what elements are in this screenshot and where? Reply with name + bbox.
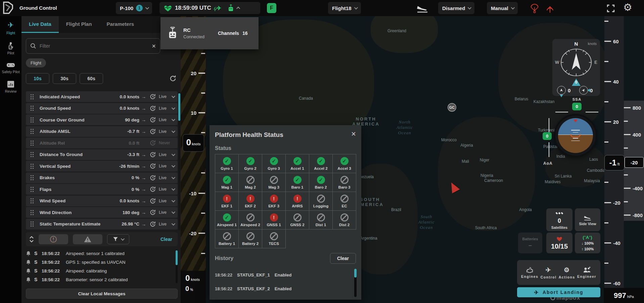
history-clock-icon[interactable] (149, 198, 156, 204)
status-cell[interactable]: Accel 1 (286, 154, 309, 173)
telemetry-row[interactable]: Ground Speed 0.0 knots → Live (26, 103, 178, 114)
history-clock-icon[interactable] (149, 140, 156, 146)
status-cell[interactable]: Dist 2 (333, 211, 356, 230)
chevron-down-icon[interactable] (172, 187, 175, 191)
chevron-down-icon[interactable] (172, 152, 175, 156)
vehicle-selector[interactable]: P-100 1 (116, 2, 152, 14)
refresh-icon[interactable] (169, 75, 177, 82)
status-cell[interactable]: Baro 2 (309, 173, 333, 192)
chevron-down-icon[interactable] (172, 210, 175, 214)
abort-landing-button[interactable]: ✈ Abort Landing (517, 287, 600, 297)
message-row[interactable]: S 18:56:22 Airspeed: calibrating (26, 266, 178, 275)
link-quality-card[interactable]: 10/15 (546, 233, 572, 253)
status-cell[interactable]: Gyro 2 (239, 154, 262, 173)
chevron-down-icon[interactable] (172, 106, 175, 109)
flight-selector[interactable]: Flight18 (328, 2, 361, 14)
sidebar-item-review[interactable]: Review (0, 76, 21, 95)
chevron-down-icon[interactable] (172, 117, 175, 121)
history-clear-button[interactable]: Clear (330, 253, 356, 264)
range-button[interactable]: 10s (26, 73, 49, 84)
clear-filter-icon[interactable]: × (152, 42, 156, 50)
telemetry-row[interactable]: Distance To Ground -3.3 ft → Live (26, 149, 178, 160)
drag-handle-icon[interactable] (31, 187, 34, 192)
clear-messages-button[interactable]: Clear (160, 237, 172, 242)
status-cell[interactable]: Accel 2 (309, 154, 333, 173)
status-cell[interactable]: AHRS (286, 192, 309, 211)
engines-button[interactable]: Engines (521, 266, 538, 279)
range-button[interactable]: 30s (53, 73, 76, 84)
history-clock-icon[interactable] (149, 174, 156, 181)
sidebar-item-safety-pilot[interactable]: Safety Pilot (0, 57, 21, 76)
engineer-button[interactable]: Engineer (577, 266, 596, 279)
parachute-icon[interactable] (530, 3, 539, 13)
status-cell[interactable]: Dist 1 (309, 211, 333, 230)
history-entry[interactable]: 18:56:22 STATUS_EKF_1 Enabled (215, 272, 356, 277)
drag-handle-icon[interactable] (31, 117, 34, 122)
status-cell[interactable]: Airspeed 2 (239, 211, 262, 230)
status-cell[interactable]: Baro 3 (333, 173, 356, 192)
history-clock-icon[interactable] (149, 186, 156, 193)
history-clock-icon[interactable] (149, 163, 156, 169)
settings-gear-icon[interactable]: ⚙ (623, 3, 632, 12)
drag-handle-icon[interactable] (31, 210, 34, 215)
arm-state-selector[interactable]: Disarmed (438, 2, 474, 14)
fullscreen-icon[interactable] (606, 4, 615, 13)
history-clock-icon[interactable] (149, 221, 156, 228)
messages-scrollbar[interactable] (176, 250, 178, 283)
chevron-down-icon[interactable] (172, 198, 175, 202)
history-clock-icon[interactable] (149, 128, 156, 135)
drag-handle-icon[interactable] (31, 129, 34, 134)
status-cluster[interactable]: 18:59:09 UTC ✈ (159, 2, 260, 14)
warning-filter-button[interactable] (73, 234, 102, 244)
chevron-down-icon[interactable] (172, 221, 175, 225)
telemetry-scrollbar[interactable] (178, 92, 180, 230)
gc-marker[interactable]: GC (448, 103, 456, 112)
message-row[interactable]: S 18:56:22 GPS 1: specified as UAVCAN (26, 258, 178, 266)
filter-box[interactable]: × (26, 38, 160, 54)
status-cell[interactable]: Gyro 3 (262, 154, 286, 173)
flight-mode-selector[interactable]: Manual (487, 2, 518, 14)
status-cell[interactable]: Battery 1 (215, 230, 239, 248)
tab[interactable]: Flight Plan (59, 16, 99, 33)
message-row[interactable]: S 18:56:22 Barometer: sensor 2 calibrate… (26, 275, 178, 284)
telemetry-row[interactable]: Altitude Rel 0.0 ft Never (26, 138, 178, 148)
error-filter-button[interactable] (39, 234, 68, 244)
landing-mode-icon[interactable] (416, 3, 429, 13)
sidebar-item-flight[interactable]: ✈ Flight (0, 16, 21, 37)
drag-handle-icon[interactable] (31, 94, 34, 99)
status-cell[interactable]: Mag 2 (239, 173, 262, 192)
telemetry-row[interactable]: Wind Speed 0.0 knots → Live (26, 196, 178, 206)
drag-handle-icon[interactable] (31, 221, 34, 226)
status-cell[interactable]: GNSS 2 (286, 211, 309, 230)
side-view-card[interactable]: Side View (575, 208, 600, 231)
status-cell[interactable]: Battery 2 (239, 230, 262, 248)
drag-handle-icon[interactable] (31, 164, 34, 169)
launch-abort-icon[interactable] (545, 3, 555, 13)
history-clock-icon[interactable] (149, 93, 156, 100)
chevron-down-icon[interactable] (172, 175, 175, 179)
status-cell[interactable]: GNSS 1 (262, 211, 286, 230)
status-cell[interactable]: Mag 3 (262, 173, 286, 192)
message-filter-dropdown[interactable] (107, 234, 129, 244)
telemetry-rate-card[interactable]: ('A') ↓ 100% ↑ 100% (575, 233, 600, 253)
satellites-card[interactable]: 0 Satellites (546, 208, 572, 231)
status-cell[interactable]: TECS (262, 230, 286, 248)
history-clock-icon[interactable] (149, 209, 156, 216)
status-cell[interactable]: EKF 3 (262, 192, 286, 211)
chevron-down-icon[interactable] (172, 164, 175, 167)
drag-handle-icon[interactable] (31, 152, 34, 157)
flight-filter-chip[interactable]: Flight (26, 58, 46, 67)
status-cell[interactable]: Mag 1 (215, 173, 239, 192)
telemetry-row[interactable]: Brakes 0 % → Live (26, 172, 178, 183)
sort-icon[interactable] (29, 236, 34, 243)
drag-handle-icon[interactable] (31, 175, 34, 180)
clear-local-messages-button[interactable]: Clear Local Messages (26, 289, 178, 299)
control-button[interactable]: ✈ Control (541, 266, 557, 279)
actions-button[interactable]: ⚙ Actions (559, 266, 575, 279)
history-clock-icon[interactable] (149, 151, 156, 158)
telemetry-row[interactable]: Altitude AMSL -0.7 ft → Live (26, 126, 178, 137)
telemetry-row[interactable]: Vertical Speed -26 ft/min → Live (26, 161, 178, 171)
telemetry-row[interactable]: Flaps 0 % → Live (26, 184, 178, 195)
status-cell[interactable]: Airspeed 1 (215, 211, 239, 230)
tab[interactable]: Live Data (21, 16, 59, 33)
